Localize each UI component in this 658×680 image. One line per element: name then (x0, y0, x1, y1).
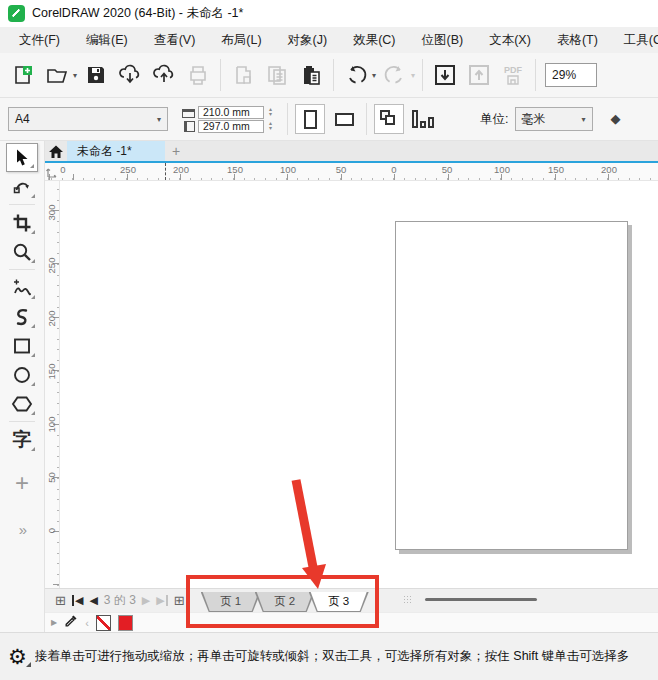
toolbox: 字 + » (0, 141, 45, 632)
copy-button[interactable] (262, 60, 292, 90)
paste-button[interactable] (296, 60, 326, 90)
import-button[interactable] (430, 60, 460, 90)
export-button[interactable] (464, 60, 494, 90)
document-tab[interactable]: 未命名 -1* (67, 141, 165, 161)
nudge-offset-icon[interactable] (607, 110, 625, 128)
menu-effects[interactable]: 效果(C) (340, 29, 408, 52)
undo-dropdown-arrow[interactable]: ▾ (372, 71, 376, 80)
ruler-tick-label: 200 (169, 164, 193, 175)
cloud-save-button[interactable] (149, 60, 179, 90)
menu-object[interactable]: 对象(J) (275, 29, 341, 52)
ruler-tick-label: 50 (329, 164, 353, 175)
scrollbar-grip[interactable] (403, 595, 411, 603)
portrait-icon (304, 110, 317, 129)
no-fill-swatch[interactable] (96, 615, 111, 631)
zoom-tool[interactable] (6, 237, 38, 266)
add-tool-button[interactable]: + (6, 468, 38, 497)
menu-edit[interactable]: 编辑(E) (73, 29, 141, 52)
home-button[interactable] (45, 141, 67, 161)
add-page-after-button[interactable]: ⊞ (174, 594, 185, 607)
propbar-separator (287, 103, 288, 135)
palette-flyout-arrow[interactable]: ▶ (51, 618, 57, 627)
gear-icon[interactable]: ⚙ (8, 646, 27, 667)
palette-scroll-left[interactable]: ‹ (85, 617, 89, 629)
horizontal-scrollbar-thumb[interactable] (425, 598, 537, 601)
print-button[interactable] (183, 60, 213, 90)
width-spinner[interactable]: ▴▾ (269, 107, 272, 117)
current-page-button[interactable] (408, 104, 438, 134)
ruler-tick-label: 200 (46, 299, 57, 339)
cloud-open-button[interactable] (115, 60, 145, 90)
pick-tool[interactable] (6, 143, 38, 172)
page-nav-controls: ⊞ ◀ ◀ 3 的 3 ▶ ▶ ⊞ (45, 589, 189, 612)
crop-tool[interactable] (6, 208, 38, 237)
cut-button[interactable] (228, 60, 258, 90)
double-chevron-icon: » (19, 521, 25, 538)
ruler-tick-label: 0 (46, 511, 57, 551)
status-bar: ⚙ 接着单击可进行拖动或缩放；再单击可旋转或倾斜；双击工具，可选择所有对象；按住… (0, 632, 658, 680)
ruler-guide-mark (165, 163, 166, 180)
menu-bitmaps[interactable]: 位图(B) (409, 29, 477, 52)
redo-dropdown-arrow[interactable]: ▾ (411, 71, 415, 80)
save-button[interactable] (81, 60, 111, 90)
chevron-down-icon: ▾ (157, 115, 161, 124)
menu-view[interactable]: 查看(V) (141, 29, 209, 52)
horizontal-ruler[interactable]: 0 250 200 150 100 50 0 50 100 150 200 (45, 163, 658, 181)
shape-tool[interactable] (6, 172, 38, 201)
toolbox-divider (9, 421, 35, 422)
next-page-button[interactable]: ▶ (142, 595, 150, 606)
page-tab-2[interactable]: 页 2 (255, 592, 315, 612)
first-page-button[interactable]: ◀ (72, 595, 83, 606)
page-tab-1[interactable]: 页 1 (201, 592, 261, 612)
document-page[interactable] (395, 221, 628, 550)
rectangle-tool[interactable] (6, 331, 38, 360)
all-pages-icon (380, 110, 398, 128)
text-tool[interactable]: 字 (6, 425, 38, 454)
red-swatch[interactable] (118, 615, 133, 631)
units-combo[interactable]: 毫米 ▾ (515, 107, 593, 131)
open-button[interactable] (42, 60, 72, 90)
chevron-down-icon: ▾ (581, 115, 585, 124)
window-title: CorelDRAW 2020 (64-Bit) - 未命名 -1* (32, 5, 243, 22)
new-tab-button[interactable]: + (165, 141, 187, 161)
page-height-field[interactable]: 297.0 mm (198, 120, 264, 133)
page-navigation-bar: ⊞ ◀ ◀ 3 的 3 ▶ ▶ ⊞ 页 1 页 2 页 3 (45, 588, 658, 612)
ruler-tick-label: 200 (597, 164, 621, 175)
menu-text[interactable]: 文本(X) (476, 29, 544, 52)
home-icon (48, 144, 64, 159)
open-dropdown-arrow[interactable]: ▾ (73, 71, 77, 80)
menu-table[interactable]: 表格(T) (544, 29, 611, 52)
freehand-tool[interactable] (6, 273, 38, 302)
page-height-icon (182, 121, 195, 132)
last-page-button[interactable]: ▶ (156, 595, 167, 606)
redo-button[interactable] (380, 60, 410, 90)
drawing-canvas[interactable]: 300 250 200 150 100 50 0 (45, 181, 658, 588)
page-size-preset-combo[interactable]: A4 ▾ (8, 107, 168, 131)
ellipse-tool[interactable] (6, 360, 38, 389)
publish-pdf-button[interactable]: PDF (498, 60, 528, 90)
page-tab-3[interactable]: 页 3 (309, 592, 369, 612)
undo-button[interactable] (341, 60, 371, 90)
eyedropper-icon[interactable] (64, 614, 78, 632)
height-spinner[interactable]: ▴▾ (269, 121, 272, 131)
page-tabs: 页 1 页 2 页 3 (201, 589, 363, 612)
new-document-button[interactable] (8, 60, 38, 90)
current-page-icon (412, 110, 434, 128)
ruler-tick-label: 100 (276, 164, 300, 175)
portrait-button[interactable] (295, 104, 325, 134)
page-width-field[interactable]: 210.0 mm (198, 106, 264, 119)
polygon-tool[interactable] (6, 389, 38, 418)
zoom-level-combo[interactable]: 29% (545, 63, 597, 87)
vertical-ruler[interactable]: 300 250 200 150 100 50 0 (45, 181, 60, 588)
menu-layout[interactable]: 布局(L) (208, 29, 274, 52)
all-pages-button[interactable] (374, 104, 404, 134)
landscape-button[interactable] (329, 104, 359, 134)
artistic-media-tool[interactable] (6, 302, 38, 331)
add-page-before-button[interactable]: ⊞ (55, 594, 66, 607)
ruler-tick-label: 0 (382, 164, 406, 175)
menu-file[interactable]: 文件(F) (6, 29, 73, 52)
menu-tools[interactable]: 工具(O) (611, 29, 658, 52)
toolbox-expand-button[interactable]: » (6, 515, 38, 544)
previous-page-button[interactable]: ◀ (89, 595, 97, 606)
title-bar: CorelDRAW 2020 (64-Bit) - 未命名 -1* (0, 0, 658, 28)
